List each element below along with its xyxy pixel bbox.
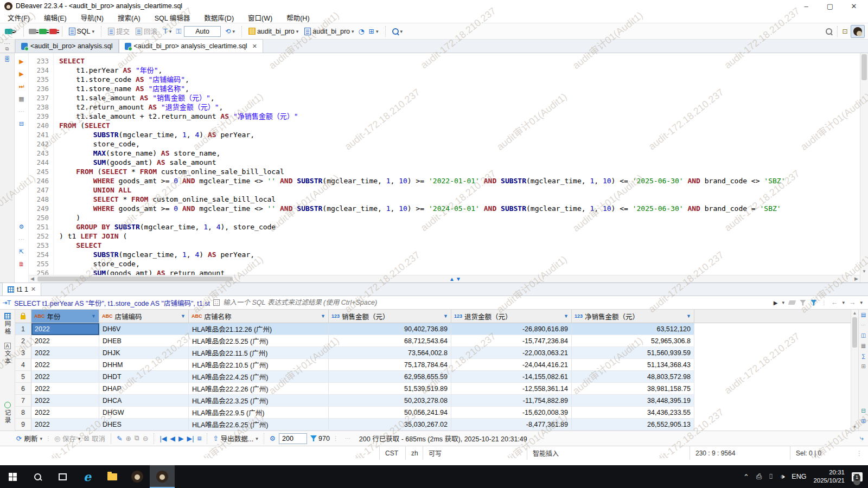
minimize-button[interactable]: –: [794, 2, 818, 10]
grid-cell[interactable]: 51,560,939.59: [572, 347, 694, 359]
panel-toggle-icon[interactable]: ⤷: [860, 434, 864, 442]
results-side-tab-2[interactable]: 记录: [3, 402, 12, 424]
first-page-icon[interactable]: |◀: [159, 434, 167, 442]
export-icon[interactable]: ⇱: [18, 248, 25, 255]
perspective-icon[interactable]: ⊡: [843, 27, 848, 35]
calc-panel-icon[interactable]: ∑: [860, 353, 867, 359]
column-header-4[interactable]: 123退货金额（元）▼: [451, 310, 572, 323]
menu-item-7[interactable]: 帮助(H): [286, 12, 309, 23]
table-row[interactable]: 42022DHHMHLA唯品会22.10.5 (广州)75,178,784.64…: [15, 359, 868, 371]
action-center-icon[interactable]: 1: [852, 472, 863, 481]
grid-cell[interactable]: 2022: [31, 407, 99, 419]
table-row[interactable]: 72022DHCAHLA唯品会22.3.25 (广州)50,203,278.08…: [15, 395, 868, 407]
column-filter-caret-icon[interactable]: ▼: [181, 313, 186, 319]
value-viewer-icon[interactable]: ▤: [860, 312, 867, 318]
grid-cell[interactable]: 2022: [31, 347, 99, 359]
language-indicator[interactable]: ENG: [792, 473, 806, 480]
editor-tab-1[interactable]: <audit_bi_pro> analysis_cleartime.sql✕: [119, 39, 263, 53]
database-selector[interactable]: audit_bi_pro▾: [247, 27, 300, 36]
sql-code-area[interactable]: SELECT t1.perYear AS "年份", t1.store_code…: [54, 53, 860, 282]
menu-item-0[interactable]: 文件(F): [8, 12, 30, 23]
grid-cell[interactable]: 2022: [31, 419, 99, 431]
code-line-249[interactable]: WHERE goods_amt >= 0 AND mgclear_time <>…: [59, 204, 860, 213]
table-row[interactable]: 22022DHEBHLA唯品会22.5.25 (广州)68,712,543.64…: [15, 335, 868, 347]
duplicate-row-icon[interactable]: ⧉: [135, 434, 139, 442]
bottom-panel-icon-1[interactable]: ⊟: [860, 408, 867, 414]
dbeaver-perspective-button[interactable]: [851, 25, 865, 38]
menu-item-5[interactable]: 数据库(D): [204, 12, 234, 23]
new-connection-button[interactable]: ▾: [3, 28, 18, 35]
save-button[interactable]: ◎保存▾: [54, 433, 80, 444]
grid-cell[interactable]: HLA唯品会22.11.5 (广州): [189, 347, 329, 359]
grid-cell[interactable]: HLA唯品会22.3.25 (广州): [189, 395, 329, 407]
grid-cell[interactable]: -15,620,008.39: [451, 407, 572, 419]
grid-cell[interactable]: 48,803,572.98: [572, 371, 694, 383]
scroll-thumb[interactable]: [861, 54, 867, 80]
code-line-253[interactable]: SELECT: [59, 241, 860, 250]
results-side-tab-1[interactable]: A文本: [3, 343, 12, 365]
grid-cell[interactable]: 75,178,784.64: [329, 359, 451, 371]
internet-explorer-button[interactable]: e: [75, 465, 100, 488]
grid-cell[interactable]: DHGW: [99, 407, 189, 419]
close-button[interactable]: ✕: [842, 2, 866, 10]
commit-mode-select[interactable]: Auto: [184, 26, 221, 37]
grid-cell[interactable]: 2022: [31, 371, 99, 383]
code-line-237[interactable]: t1.sale_amount AS "销售金额（元）",: [59, 93, 860, 102]
start-button[interactable]: [0, 465, 25, 488]
grid-cell[interactable]: 2022: [31, 335, 99, 347]
grid-cell[interactable]: HLA唯品会21.12.26 (广州): [189, 323, 329, 335]
grid-cell[interactable]: DHDT: [99, 371, 189, 383]
code-line-248[interactable]: SELECT * FROM custom_online_sale_bill_lo…: [59, 195, 860, 204]
table-row[interactable]: 92022DHESHLA唯品会22.6.25 (广州)35,030,267.02…: [15, 419, 868, 431]
row-number[interactable]: 8: [15, 407, 31, 419]
grid-cell[interactable]: HLA唯品会22.2.26 (广州): [189, 383, 329, 395]
rollback-button[interactable]: 回滚: [134, 25, 159, 37]
row-number[interactable]: 2: [15, 335, 31, 347]
code-line-241[interactable]: SUBSTR(mgclear_time, 1, 4) AS perYear,: [59, 130, 860, 139]
more-panels-icon[interactable]: ⋯: [860, 322, 867, 329]
search-button[interactable]: ▾: [391, 27, 405, 36]
taskbar-search-button[interactable]: [25, 465, 50, 488]
column-header-2[interactable]: ABC店铺名称▼: [189, 310, 329, 323]
execute-script-icon[interactable]: ⏭: [18, 82, 25, 90]
delete-row-icon[interactable]: ⊖: [143, 434, 148, 442]
next-page-icon[interactable]: ▶: [178, 434, 184, 442]
table-row[interactable]: 62022DHAPHLA唯品会22.2.26 (广州)51,539,519.89…: [15, 383, 868, 395]
editor-vertical-scrollbar[interactable]: ▼: [860, 53, 868, 282]
metadata-panel-icon[interactable]: ◫: [860, 332, 867, 339]
grid-cell[interactable]: HLA唯品会22.6.25 (广州): [189, 419, 329, 431]
grid-cell[interactable]: 52,965,306.8: [572, 335, 694, 347]
fetch-size-input[interactable]: [279, 433, 307, 444]
export-data-button[interactable]: ⇧导出数据...▾: [213, 433, 258, 444]
transaction-log-button[interactable]: ⟲▾: [224, 26, 237, 36]
code-line-247[interactable]: UNION ALL: [59, 185, 860, 195]
code-line-246[interactable]: WHERE goods_amt >= 0 AND mgclear_time <>…: [59, 176, 860, 185]
results-tab[interactable]: t1 1 ✕: [2, 282, 41, 296]
compare-button[interactable]: ⊞▾: [367, 26, 380, 36]
grid-cell[interactable]: DHJK: [99, 347, 189, 359]
app-button-1[interactable]: [125, 465, 150, 488]
grid-cell[interactable]: -8,477,361.89: [451, 419, 572, 431]
execute-statement-icon[interactable]: ▶: [18, 57, 25, 65]
filter-query-text[interactable]: SELECT t1.perYear AS "年份", t1.store_code…: [14, 298, 210, 308]
grid-cell[interactable]: -12,558,361.14: [451, 383, 572, 395]
sash-collapse-icons[interactable]: ▲▼: [449, 276, 462, 282]
column-filter-caret-icon[interactable]: ▼: [91, 313, 96, 319]
edit-cell-icon[interactable]: ✎: [117, 434, 122, 442]
grid-cell[interactable]: HLA唯品会22.4.25 (广州): [189, 371, 329, 383]
column-filter-caret-icon[interactable]: ▼: [443, 313, 448, 319]
log-file-icon[interactable]: 🗎: [18, 260, 25, 268]
network-icon[interactable]: ⌷: [769, 472, 773, 481]
task-view-button[interactable]: [50, 465, 75, 488]
grid-cell[interactable]: -22,003,063.21: [451, 347, 572, 359]
code-line-233[interactable]: SELECT: [59, 56, 860, 66]
explain-plan-icon[interactable]: ▦: [18, 95, 25, 102]
grid-cell[interactable]: 35,030,267.02: [329, 419, 451, 431]
grid-cell[interactable]: 38,448,395.19: [572, 395, 694, 407]
code-line-234[interactable]: t1.perYear AS "年份",: [59, 66, 860, 75]
code-line-235[interactable]: t1.store_code AS "店铺编码",: [59, 75, 860, 84]
grid-cell[interactable]: 90,402,736.89: [329, 323, 451, 335]
clock[interactable]: 20:31 2025/10/21: [813, 468, 845, 485]
code-line-245[interactable]: FROM (SELECT * FROM custom_online_sale_b…: [59, 167, 860, 176]
editor-tab-0[interactable]: <audit_bi_pro> analysis.sql: [15, 39, 119, 53]
